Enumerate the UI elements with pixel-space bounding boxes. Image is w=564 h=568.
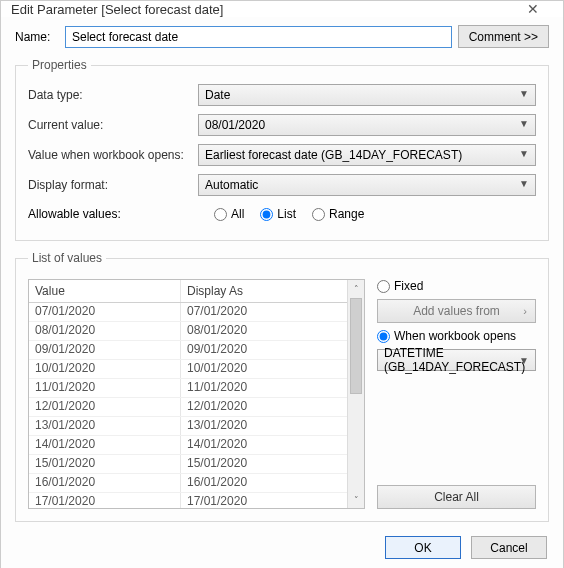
chevron-down-icon: ▼: [519, 148, 529, 159]
current-value-label: Current value:: [28, 118, 198, 132]
current-value-select[interactable]: 08/01/2020 ▼: [198, 114, 536, 136]
table-row[interactable]: 15/01/202015/01/2020: [29, 455, 364, 474]
add-values-button[interactable]: Add values from ›: [377, 299, 536, 323]
name-input[interactable]: [65, 26, 452, 48]
allowable-label: Allowable values:: [28, 207, 198, 221]
close-icon[interactable]: ✕: [513, 1, 553, 17]
table-row[interactable]: 13/01/202013/01/2020: [29, 417, 364, 436]
col-value: Value: [29, 280, 181, 302]
comment-button[interactable]: Comment >>: [458, 25, 549, 48]
on-open-select[interactable]: Earliest forecast date (GB_14DAY_FORECAS…: [198, 144, 536, 166]
window-title: Edit Parameter [Select forecast date]: [11, 2, 513, 17]
when-open-radio[interactable]: When workbook opens: [377, 329, 536, 343]
titlebar: Edit Parameter [Select forecast date] ✕: [1, 1, 563, 17]
properties-legend: Properties: [28, 58, 91, 72]
chevron-down-icon: ▼: [519, 178, 529, 189]
scroll-up-icon[interactable]: ˄: [348, 280, 364, 297]
table-row[interactable]: 11/01/202011/01/2020: [29, 379, 364, 398]
allow-range-radio[interactable]: Range: [312, 207, 364, 221]
data-type-select[interactable]: Date ▼: [198, 84, 536, 106]
table-row[interactable]: 09/01/202009/01/2020: [29, 341, 364, 360]
display-format-label: Display format:: [28, 178, 198, 192]
properties-group: Properties Data type: Date ▼ Current val…: [15, 58, 549, 241]
data-type-label: Data type:: [28, 88, 198, 102]
display-format-select[interactable]: Automatic ▼: [198, 174, 536, 196]
chevron-down-icon: ▼: [519, 118, 529, 129]
table-row[interactable]: 07/01/202007/01/2020: [29, 303, 364, 322]
table-row[interactable]: 17/01/202017/01/2020: [29, 493, 364, 508]
scroll-down-icon[interactable]: ˅: [348, 491, 364, 508]
table-row[interactable]: 12/01/202012/01/2020: [29, 398, 364, 417]
lov-legend: List of values: [28, 251, 106, 265]
fixed-radio[interactable]: Fixed: [377, 279, 536, 293]
allow-list-radio[interactable]: List: [260, 207, 296, 221]
ok-button[interactable]: OK: [385, 536, 461, 559]
table-row[interactable]: 08/01/202008/01/2020: [29, 322, 364, 341]
scrollbar[interactable]: ˄ ˅: [347, 280, 364, 508]
source-select[interactable]: DATETIME (GB_14DAY_FORECAST) ▼: [377, 349, 536, 371]
clear-all-button[interactable]: Clear All: [377, 485, 536, 509]
chevron-down-icon: ▼: [519, 88, 529, 99]
table-row[interactable]: 10/01/202010/01/2020: [29, 360, 364, 379]
on-open-label: Value when workbook opens:: [28, 148, 198, 162]
col-display: Display As: [181, 280, 333, 302]
chevron-right-icon: ›: [523, 305, 527, 317]
allow-all-radio[interactable]: All: [214, 207, 244, 221]
name-label: Name:: [15, 30, 59, 44]
scroll-thumb[interactable]: [350, 298, 362, 394]
chevron-down-icon: ▼: [519, 355, 529, 366]
dialog-edit-parameter: Edit Parameter [Select forecast date] ✕ …: [0, 0, 564, 568]
dialog-footer: OK Cancel: [15, 532, 549, 559]
table-header: Value Display As: [29, 280, 364, 303]
table-row[interactable]: 14/01/202014/01/2020: [29, 436, 364, 455]
table-row[interactable]: 16/01/202016/01/2020: [29, 474, 364, 493]
cancel-button[interactable]: Cancel: [471, 536, 547, 559]
list-of-values-group: List of values Value Display As 07/01/20…: [15, 251, 549, 522]
values-table[interactable]: Value Display As 07/01/202007/01/202008/…: [28, 279, 365, 509]
